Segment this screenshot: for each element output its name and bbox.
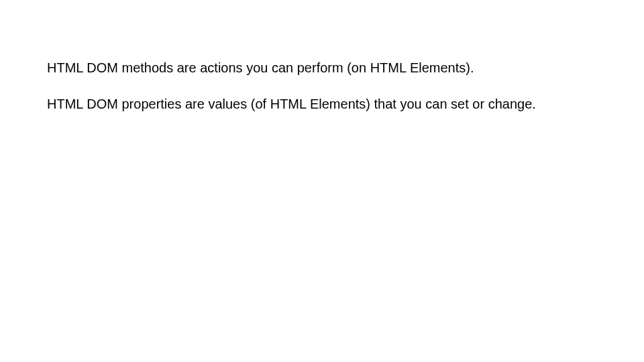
paragraph-methods: HTML DOM methods are actions you can per… [47,59,557,76]
paragraph-properties: HTML DOM properties are values (of HTML … [47,95,557,113]
